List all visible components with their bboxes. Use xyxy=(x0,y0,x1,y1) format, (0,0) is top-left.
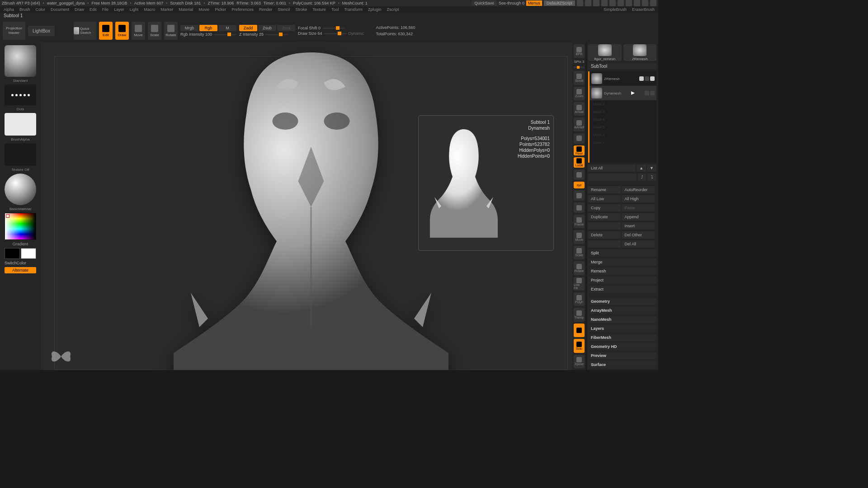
quick-sketch-button[interactable]: Quick Sketch xyxy=(74,22,96,40)
switch-color-button[interactable]: SwitchColor xyxy=(5,261,36,265)
menu-draw[interactable]: Draw xyxy=(75,7,84,12)
mrgb-button[interactable]: Mrgb xyxy=(180,25,198,31)
rgb-intensity-slider[interactable]: Rgb Intensity 100 xyxy=(180,32,236,37)
zcut-button[interactable]: Zcut xyxy=(277,25,295,31)
menu-color[interactable]: Color xyxy=(36,7,46,12)
polypaint-toggle[interactable] xyxy=(645,76,649,81)
move-top-button[interactable]: ⤴ xyxy=(637,174,646,181)
del-other-button[interactable]: Del Other xyxy=(622,231,654,239)
viewport[interactable]: Subtool 1 Dynamesh Polys=534001 Points=5… xyxy=(41,42,572,370)
menu-picker[interactable]: Picker xyxy=(215,7,226,12)
append-button[interactable]: Append xyxy=(622,213,654,221)
z-intensity-slider[interactable]: Z Intensity 25 xyxy=(239,32,295,37)
solo-button[interactable]: Solo xyxy=(574,339,585,352)
duplicate-button[interactable]: Duplicate xyxy=(588,213,621,221)
menu-file[interactable]: File xyxy=(102,7,109,12)
eraser-brush[interactable]: EraserBrush xyxy=(632,7,655,12)
bpr-button[interactable]: BPR xyxy=(574,44,585,58)
project-section[interactable]: Project xyxy=(588,277,656,284)
frame-button[interactable]: Frame xyxy=(574,215,585,228)
scroll-button[interactable]: Scroll xyxy=(574,71,585,84)
transp-button[interactable]: Transp xyxy=(574,308,585,321)
aahalf-button[interactable]: AAHalf xyxy=(574,117,585,131)
help-icon[interactable] xyxy=(626,0,632,6)
menu-tool[interactable]: Tool xyxy=(331,7,339,12)
lightbox-button[interactable]: LightBox xyxy=(28,26,55,36)
move-up-button[interactable]: ▲ xyxy=(637,164,646,172)
axis-button[interactable] xyxy=(574,169,585,180)
stroke-selector[interactable] xyxy=(5,84,36,105)
tool-slot-2[interactable]: ZRemesh xyxy=(623,44,657,61)
subtool-item-zremesh[interactable]: ZRemesh xyxy=(590,71,656,86)
menu-light[interactable]: Light xyxy=(130,7,139,12)
palette-icon[interactable] xyxy=(618,0,624,6)
menu-zplugin[interactable]: Zplugin xyxy=(368,7,382,12)
local-button[interactable]: Local xyxy=(574,157,585,168)
maximize-icon[interactable] xyxy=(642,0,648,6)
home-icon[interactable] xyxy=(577,0,583,6)
del-all-button[interactable]: Del All xyxy=(622,240,654,248)
copy-button[interactable]: Copy xyxy=(588,204,621,211)
visibility-toggle[interactable] xyxy=(645,91,649,95)
delete-button[interactable]: Delete xyxy=(588,231,621,239)
layout-icon[interactable] xyxy=(593,0,599,6)
zadd-button[interactable]: Zadd xyxy=(239,25,257,31)
subtool-item-dynamesh[interactable]: Dynamesh xyxy=(590,86,656,100)
edit-mode-button[interactable]: Edit xyxy=(99,22,113,40)
autoreorder-button[interactable]: AutoReorder xyxy=(622,186,654,193)
xyz-button[interactable]: xyz xyxy=(574,182,585,188)
draw-size-slider[interactable]: Draw Size 64Dynamic xyxy=(298,31,364,36)
simple-brush[interactable]: SimpleBrush xyxy=(604,7,627,12)
actual-button[interactable]: Actual xyxy=(574,102,585,116)
paste-button[interactable]: Paste xyxy=(622,204,654,211)
collapse-icon[interactable] xyxy=(601,0,608,6)
eye-toggle[interactable] xyxy=(650,76,655,81)
menu-stroke[interactable]: Stroke xyxy=(295,7,307,12)
geometry-section[interactable]: Geometry xyxy=(588,298,656,305)
menu-transform[interactable]: Transform xyxy=(344,7,363,12)
remesh-section[interactable]: Remesh xyxy=(588,267,656,275)
menu-stencil[interactable]: Stencil xyxy=(278,7,290,12)
menu-edit[interactable]: Edit xyxy=(90,7,97,12)
alpha-selector[interactable] xyxy=(5,113,36,136)
list-all-button[interactable]: List All xyxy=(588,164,636,172)
see-through-slider[interactable]: See-through 0 xyxy=(499,1,524,5)
insert-button[interactable]: Insert xyxy=(622,222,654,230)
zoom-button[interactable]: Zoom xyxy=(574,87,585,100)
fibermesh-section[interactable]: FiberMesh xyxy=(588,334,656,341)
secondary-color-swatch[interactable] xyxy=(5,248,20,259)
menu-movie[interactable]: Movie xyxy=(198,7,209,12)
zoom3d-button[interactable] xyxy=(574,202,585,213)
tool-slot-1[interactable]: figur_remesh xyxy=(588,44,622,61)
menus-toggle[interactable]: Menus xyxy=(526,0,542,6)
all-high-button[interactable]: All High xyxy=(622,195,654,202)
menu-render[interactable]: Render xyxy=(259,7,273,12)
scale-mode-button[interactable]: Scale xyxy=(148,22,161,40)
brush-selector[interactable] xyxy=(5,45,36,77)
rename-button[interactable]: Rename xyxy=(588,186,621,193)
close-icon[interactable] xyxy=(650,0,656,6)
surface-section[interactable]: Surface xyxy=(588,361,656,368)
rgb-button[interactable]: Rgb xyxy=(199,25,217,31)
default-zscript[interactable]: DefaultZScript xyxy=(544,0,575,6)
arraymesh-section[interactable]: ArrayMesh xyxy=(588,307,656,314)
visibility-toggle[interactable] xyxy=(639,76,644,81)
subtool-header[interactable]: SubTool xyxy=(588,63,656,70)
menu-document[interactable]: Document xyxy=(51,7,69,12)
preview-section[interactable]: Preview xyxy=(588,352,656,359)
move-bottom-button[interactable]: ⤵ xyxy=(647,174,656,181)
scale3d-button[interactable]: Scale xyxy=(574,246,585,259)
gradient-label[interactable]: Gradient xyxy=(13,242,28,246)
split-section[interactable]: Split xyxy=(588,249,656,257)
projection-master-button[interactable]: Projection Master xyxy=(3,22,25,40)
lock-icon[interactable] xyxy=(609,0,616,6)
primary-color-swatch[interactable] xyxy=(21,248,36,259)
menu-macro[interactable]: Macro xyxy=(144,7,155,12)
minimize-icon[interactable] xyxy=(634,0,640,6)
texture-selector[interactable] xyxy=(5,143,36,166)
alternate-button[interactable]: Alternate xyxy=(5,267,36,273)
merge-section[interactable]: Merge xyxy=(588,258,656,266)
extract-section[interactable]: Extract xyxy=(588,286,656,293)
spix-slider[interactable]: SPix 3 xyxy=(574,60,584,64)
quicksave-button[interactable]: QuickSave xyxy=(472,0,497,6)
